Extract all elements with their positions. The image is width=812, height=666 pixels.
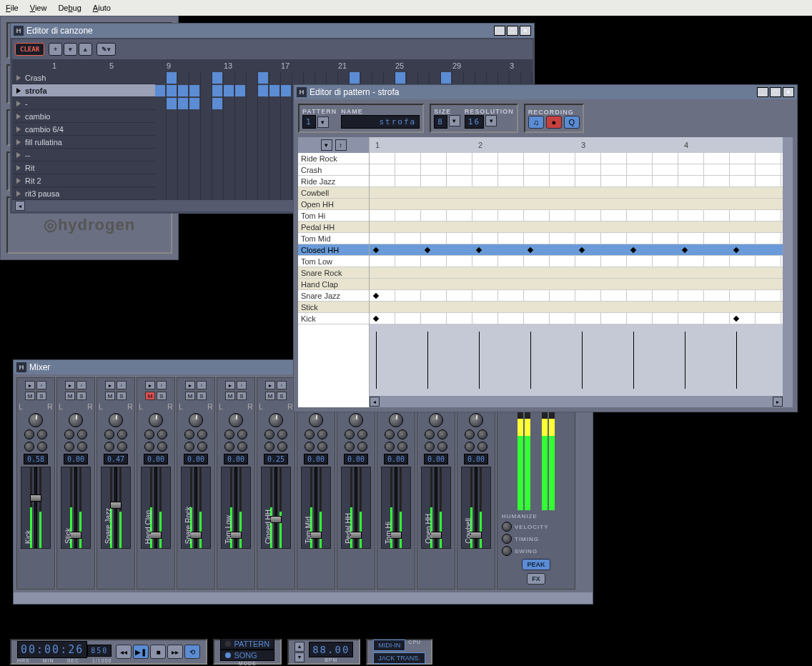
song-cell[interactable] <box>441 72 451 84</box>
fx3-knob[interactable] <box>345 442 355 452</box>
song-track[interactable]: -- <box>12 149 155 161</box>
menu-file[interactable]: File <box>6 4 19 12</box>
fx4-knob[interactable] <box>77 442 87 452</box>
song-cell[interactable] <box>395 72 405 84</box>
fx3-knob[interactable] <box>184 442 194 452</box>
note[interactable] <box>630 247 636 253</box>
fx4-knob[interactable] <box>477 442 487 452</box>
play-trigger[interactable]: ▸ <box>105 381 115 389</box>
midi-in-chip[interactable]: MIDI-IN <box>373 640 405 651</box>
fx2-knob[interactable] <box>397 429 407 439</box>
song-cell[interactable] <box>281 85 291 96</box>
peak-button[interactable]: PEAK <box>522 559 550 570</box>
track-up-button[interactable]: ▴ <box>79 43 92 56</box>
pattern-row[interactable] <box>370 153 783 164</box>
pattern-row[interactable] <box>370 302 783 313</box>
instrument-row[interactable]: Tom Mid <box>298 233 369 244</box>
instrument-row[interactable]: Snare Jazz <box>298 290 369 302</box>
song-cell[interactable] <box>212 98 222 109</box>
song-track[interactable]: Crash <box>12 71 155 84</box>
fx3-knob[interactable] <box>104 442 114 452</box>
fx3-knob[interactable] <box>24 442 34 452</box>
song-cell[interactable] <box>258 85 268 96</box>
mute-button[interactable]: M <box>65 392 75 400</box>
fx3-knob[interactable] <box>385 442 395 452</box>
fx3-knob[interactable] <box>144 442 154 452</box>
bpm-up[interactable]: ▴ <box>294 642 304 652</box>
fx2-knob[interactable] <box>237 429 247 439</box>
edit-button[interactable]: ◦ <box>76 381 86 389</box>
fx4-knob[interactable] <box>357 442 367 452</box>
res-dropdown[interactable]: ▾ <box>485 115 497 126</box>
edit-button[interactable]: ◦ <box>277 381 287 389</box>
solo-button[interactable]: S <box>277 392 287 400</box>
pan-knob[interactable] <box>149 413 163 427</box>
inst-expand-button[interactable]: ↕ <box>335 139 347 151</box>
song-cell[interactable] <box>167 85 177 96</box>
solo-button[interactable]: S <box>117 392 127 400</box>
fader[interactable]: Cowbell <box>461 467 491 549</box>
size-field[interactable]: 8 <box>434 115 447 129</box>
fx4-knob[interactable] <box>397 442 407 452</box>
velocity-bar[interactable] <box>530 332 531 389</box>
note[interactable] <box>733 316 739 322</box>
note[interactable] <box>733 247 739 253</box>
close-button[interactable]: × <box>783 87 794 97</box>
fx-button[interactable]: FX <box>527 573 545 585</box>
solo-button[interactable]: S <box>76 392 86 400</box>
note[interactable] <box>579 247 585 253</box>
velocity-bar[interactable] <box>736 332 737 389</box>
song-cell[interactable] <box>155 85 165 96</box>
song-track[interactable]: Rit 2 <box>12 174 155 187</box>
velocity-bar[interactable] <box>633 332 634 389</box>
pattern-row[interactable] <box>370 210 783 222</box>
instrument-row[interactable]: Stick <box>298 302 369 313</box>
pan-knob[interactable] <box>189 413 203 427</box>
fx4-knob[interactable] <box>197 442 207 452</box>
mute-button[interactable]: M <box>265 392 275 400</box>
record-button[interactable]: ● <box>546 116 562 129</box>
song-cell[interactable] <box>189 85 199 96</box>
fx1-knob[interactable] <box>425 429 435 439</box>
velocity-bar[interactable] <box>376 332 377 389</box>
song-track[interactable]: fill rullatina <box>12 136 155 149</box>
pan-knob[interactable] <box>349 413 363 427</box>
fader[interactable]: Kick <box>21 467 51 549</box>
minimize-button[interactable]: _ <box>494 26 505 36</box>
song-cell[interactable] <box>167 72 177 84</box>
fx1-knob[interactable] <box>104 429 114 439</box>
instrument-row[interactable]: Open HH <box>298 199 369 210</box>
pan-knob[interactable] <box>389 413 403 427</box>
res-field[interactable]: 16 <box>465 115 484 129</box>
song-cell[interactable] <box>224 85 234 96</box>
mute-button[interactable]: M <box>25 392 35 400</box>
jack-trans-chip[interactable]: JACK TRANS. <box>373 652 425 664</box>
quantize-button[interactable]: Q <box>564 116 580 129</box>
mute-button[interactable]: M <box>105 392 115 400</box>
solo-button[interactable]: S <box>197 392 207 400</box>
pattern-row[interactable] <box>370 233 783 244</box>
menu-debug[interactable]: Debug <box>58 4 81 12</box>
size-dropdown[interactable]: ▾ <box>449 115 460 126</box>
swing-knob[interactable] <box>502 546 512 556</box>
hear-button[interactable]: ♫ <box>528 116 544 129</box>
bpm-down[interactable]: ▾ <box>294 652 304 662</box>
instrument-row[interactable]: Kick <box>298 313 369 324</box>
add-track-button[interactable]: + <box>49 43 62 56</box>
edit-button[interactable]: ◦ <box>157 381 167 389</box>
instrument-row[interactable]: Tom Hi <box>298 210 369 222</box>
song-cell[interactable] <box>350 72 360 84</box>
pattern-row[interactable] <box>370 256 783 267</box>
minimize-button[interactable]: _ <box>757 87 768 97</box>
fader[interactable]: Stick <box>61 467 91 549</box>
song-cell[interactable] <box>189 98 199 109</box>
edit-button[interactable]: ◦ <box>197 381 207 389</box>
song-cell[interactable] <box>167 98 177 109</box>
fx2-knob[interactable] <box>357 429 367 439</box>
pattern-row[interactable] <box>370 222 783 233</box>
fx1-knob[interactable] <box>64 429 74 439</box>
instrument-row[interactable]: Hand Clap <box>298 279 369 290</box>
pan-knob[interactable] <box>69 413 83 427</box>
fx1-knob[interactable] <box>304 429 315 439</box>
fader[interactable]: Snare Rock <box>181 467 211 549</box>
